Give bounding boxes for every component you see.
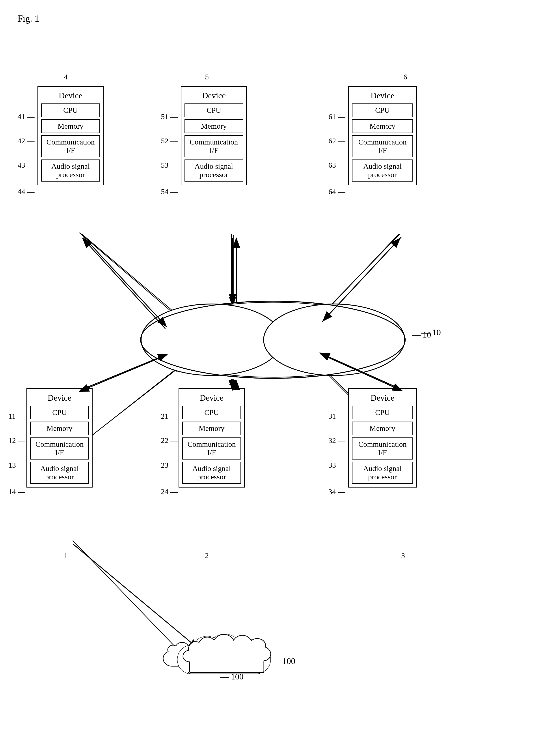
device-3-title: Device bbox=[352, 393, 413, 403]
device-6-title: Device bbox=[352, 91, 413, 100]
svg-line-33 bbox=[323, 237, 401, 321]
device-4-cpu: CPU bbox=[41, 103, 100, 117]
ref-63: 63 — bbox=[328, 161, 345, 169]
ref-32: 32 — bbox=[328, 436, 345, 445]
svg-text:— 10: — 10 bbox=[412, 330, 431, 339]
ref-23: 23 — bbox=[161, 461, 178, 469]
device-3-box: Device CPU Memory Communication I/F Audi… bbox=[348, 388, 417, 488]
device-3-audio: Audio signal processor bbox=[352, 462, 413, 484]
svg-point-24 bbox=[141, 301, 405, 378]
ref-41: 41 — bbox=[18, 113, 35, 121]
ref-11: 11 — bbox=[8, 412, 25, 420]
device-6-audio: Audio signal processor bbox=[352, 159, 413, 182]
svg-text:— 100: — 100 bbox=[220, 672, 244, 681]
device-1-box: Device CPU Memory Communication I/F Audi… bbox=[26, 388, 93, 488]
device-6-cpu: CPU bbox=[352, 103, 413, 117]
svg-point-4 bbox=[145, 302, 401, 377]
device-4-audio: Audio signal processor bbox=[41, 159, 100, 182]
svg-point-49 bbox=[178, 645, 206, 674]
svg-line-14 bbox=[82, 366, 181, 443]
device-2-memory: Memory bbox=[182, 422, 241, 435]
device-1-comm: Communication I/F bbox=[30, 437, 89, 460]
svg-point-25 bbox=[141, 304, 282, 375]
ref-13: 13 — bbox=[8, 461, 25, 469]
svg-line-13 bbox=[318, 234, 400, 318]
svg-point-46 bbox=[243, 646, 271, 673]
svg-point-43 bbox=[191, 636, 224, 670]
svg-point-51 bbox=[207, 634, 243, 670]
ref-62: 62 — bbox=[328, 137, 345, 145]
device-5-audio: Audio signal processor bbox=[185, 159, 243, 182]
ref-12: 12 — bbox=[8, 436, 25, 445]
device-5-comm: Communication I/F bbox=[185, 135, 243, 157]
ref-43: 43 — bbox=[18, 161, 35, 169]
device-5-title: Device bbox=[185, 91, 243, 100]
ref-64: 64 — bbox=[328, 188, 345, 196]
ref-24: 24 — bbox=[161, 488, 178, 496]
ref-34: 34 — bbox=[328, 488, 345, 496]
ref-6: 6 bbox=[403, 73, 407, 81]
ref-44: 44 — bbox=[18, 188, 35, 196]
ref-51: 51 — bbox=[161, 113, 178, 121]
device-1-memory: Memory bbox=[30, 422, 89, 435]
device-1-audio: Audio signal processor bbox=[30, 462, 89, 484]
device-5-box: Device CPU Memory Communication I/F Audi… bbox=[181, 86, 247, 185]
ref-61: 61 — bbox=[328, 113, 345, 121]
svg-line-9 bbox=[79, 233, 179, 318]
device-1-cpu: CPU bbox=[30, 406, 89, 419]
device-2-comm: Communication I/F bbox=[182, 437, 241, 460]
svg-line-8 bbox=[82, 234, 181, 318]
device-4-memory: Memory bbox=[41, 119, 100, 133]
device-4-box: Device CPU Memory Communication I/F Audi… bbox=[37, 86, 104, 185]
ref-4: 4 bbox=[64, 73, 68, 81]
ref-33: 33 — bbox=[328, 461, 345, 469]
figure-label: Fig. 1 bbox=[18, 13, 39, 24]
device-4-comm: Communication I/F bbox=[41, 135, 100, 157]
svg-line-30 bbox=[83, 238, 165, 329]
svg-point-53 bbox=[243, 646, 271, 673]
device-3-cpu: CPU bbox=[352, 406, 413, 419]
svg-text:— 100: — 100 bbox=[271, 656, 295, 666]
svg-point-42 bbox=[178, 645, 206, 674]
device-1-title: Device bbox=[30, 393, 89, 403]
svg-point-6 bbox=[268, 306, 400, 374]
ref-5: 5 bbox=[205, 73, 209, 81]
device-2-cpu: CPU bbox=[182, 406, 241, 419]
svg-point-26 bbox=[264, 304, 405, 375]
ref-3: 3 bbox=[401, 552, 405, 560]
svg-point-44 bbox=[207, 634, 243, 670]
svg-line-35 bbox=[79, 355, 167, 392]
svg-point-5 bbox=[146, 306, 278, 374]
svg-line-39 bbox=[321, 354, 402, 391]
ref-2: 2 bbox=[205, 552, 209, 560]
svg-rect-54 bbox=[190, 660, 260, 673]
device-6-box: Device CPU Memory Communication I/F Audi… bbox=[348, 86, 417, 185]
device-2-title: Device bbox=[182, 393, 241, 403]
device-5-memory: Memory bbox=[185, 119, 243, 133]
svg-point-52 bbox=[227, 637, 258, 669]
ref-22: 22 — bbox=[161, 436, 178, 445]
svg-line-34 bbox=[322, 238, 400, 322]
ref-14: 14 — bbox=[8, 488, 25, 496]
svg-line-40 bbox=[320, 353, 401, 389]
device-4-title: Device bbox=[41, 91, 100, 100]
svg-line-12 bbox=[319, 234, 399, 318]
ref-21: 21 — bbox=[161, 412, 178, 420]
svg-line-15 bbox=[81, 366, 180, 445]
ref-31: 31 — bbox=[328, 412, 345, 420]
device-6-comm: Communication I/F bbox=[352, 135, 413, 157]
svg-line-29 bbox=[84, 237, 167, 326]
ref-42: 42 — bbox=[18, 137, 35, 145]
device-6-memory: Memory bbox=[352, 119, 413, 133]
svg-text:— 10: — 10 bbox=[421, 327, 441, 337]
svg-point-27 bbox=[141, 301, 405, 378]
svg-line-20 bbox=[73, 540, 192, 664]
device-2-box: Device CPU Memory Communication I/F Audi… bbox=[179, 388, 245, 488]
device-3-memory: Memory bbox=[352, 422, 413, 435]
device-3-comm: Communication I/F bbox=[352, 437, 413, 460]
ref-54: 54 — bbox=[161, 188, 178, 196]
device-5-cpu: CPU bbox=[185, 103, 243, 117]
svg-rect-47 bbox=[189, 660, 261, 674]
svg-line-36 bbox=[81, 354, 168, 390]
svg-point-45 bbox=[227, 637, 258, 669]
